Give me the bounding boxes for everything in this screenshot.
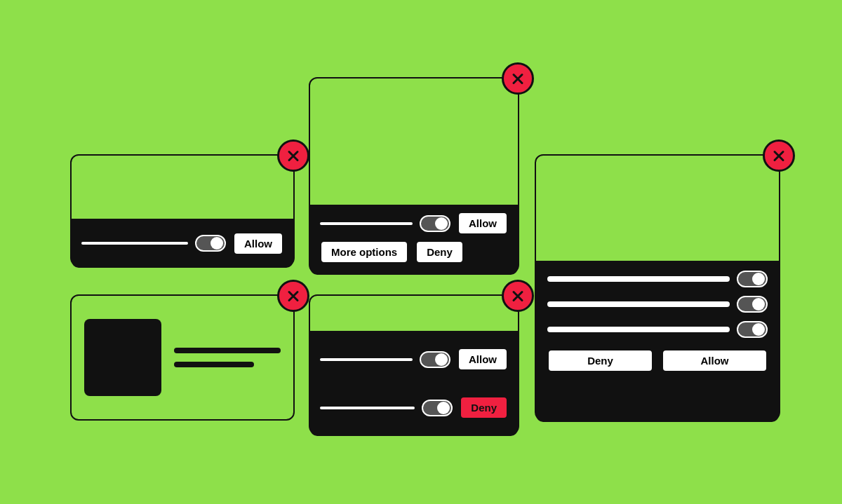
toggle-switch-1[interactable] [195, 235, 226, 252]
allow-button-5[interactable]: Allow [662, 349, 768, 372]
slider-track-1[interactable] [547, 276, 730, 282]
close-button-3[interactable] [277, 280, 309, 312]
close-button-1[interactable] [277, 139, 309, 172]
card-top-center: Allow More options Deny [309, 77, 519, 273]
text-line-1 [174, 348, 281, 353]
toggle-switch-4b[interactable] [422, 400, 453, 416]
card-bottom-left [70, 294, 295, 421]
toggle-switch-4a[interactable] [420, 351, 450, 368]
slider-row-2 [547, 296, 768, 313]
deny-button-5[interactable]: Deny [547, 349, 653, 372]
deny-button-2[interactable]: Deny [415, 240, 464, 264]
text-lines [174, 348, 281, 367]
dash-icon [81, 242, 188, 245]
toggle-switch-5c[interactable] [737, 321, 768, 338]
dash-icon-4a [320, 358, 413, 361]
toggle-switch-2[interactable] [420, 215, 450, 232]
slider-track-3[interactable] [547, 327, 730, 332]
dash-icon-2 [320, 222, 413, 225]
slider-row-1 [547, 271, 768, 287]
card-top-left: Allow [70, 154, 295, 266]
allow-button-4[interactable]: Allow [457, 348, 508, 371]
toggle-switch-5b[interactable] [737, 296, 768, 313]
deny-button-4[interactable]: Deny [460, 396, 508, 419]
thumbnail-image [84, 319, 161, 396]
close-button-5[interactable] [763, 139, 795, 172]
toggle-switch-5a[interactable] [737, 271, 768, 287]
close-button-4[interactable] [502, 280, 534, 312]
allow-button-1[interactable]: Allow [233, 232, 283, 255]
dash-icon-4b [320, 407, 415, 409]
card-right: Deny Allow [535, 154, 780, 421]
card-bottom-center: Allow Deny [309, 294, 519, 435]
slider-track-2[interactable] [547, 301, 730, 307]
action-row: Deny Allow [547, 349, 768, 372]
allow-button-2[interactable]: Allow [457, 212, 508, 235]
slider-row-3 [547, 321, 768, 338]
text-line-2 [174, 362, 254, 367]
close-button-2[interactable] [502, 62, 534, 95]
more-options-button[interactable]: More options [320, 240, 408, 264]
